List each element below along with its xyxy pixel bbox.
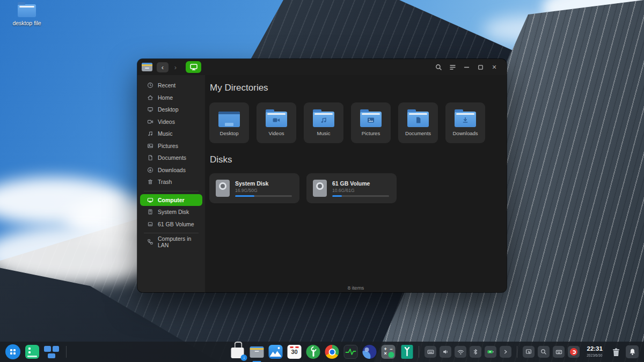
sidebar-item-label: Trash	[158, 179, 172, 185]
chrome-icon[interactable]	[325, 345, 339, 359]
sidebar-item-label: Desktop	[158, 106, 179, 113]
sidebar-item-61gb-volume[interactable]: 61 GB Volume	[140, 218, 202, 231]
sidebar-item-label: System Disk	[158, 209, 189, 215]
sidebar-item-label: Downloads	[158, 167, 186, 173]
system-monitor-icon[interactable]	[344, 345, 358, 359]
close-icon: ×	[492, 63, 496, 71]
search-icon	[435, 64, 442, 71]
notification-bell-icon	[629, 348, 636, 356]
chevron-left-icon: ‹	[162, 64, 164, 71]
titlebar-drag-area[interactable]	[201, 59, 431, 75]
dock: 30 +−×	[0, 342, 644, 362]
dock-right-group: 22:31 2023/6/30	[416, 345, 639, 358]
documents-icon	[147, 154, 153, 161]
pictures-icon	[147, 143, 153, 149]
tile-label: Pictures	[362, 130, 380, 136]
trash-icon	[147, 179, 153, 185]
forward-button[interactable]: ›	[170, 62, 181, 72]
dock-app-group: 30 +−×	[231, 345, 413, 359]
documents-folder-icon	[407, 112, 429, 127]
sidebar-item-music[interactable]: Music	[140, 128, 202, 140]
directory-tile-documents[interactable]: Documents	[398, 102, 438, 143]
sidebar-item-label: Documents	[158, 154, 186, 161]
keyboard-icon[interactable]	[425, 346, 436, 358]
file-manager-icon[interactable]	[250, 345, 264, 359]
toolbox-icon[interactable]	[401, 345, 413, 359]
videos-folder-icon	[266, 112, 287, 127]
titlebar[interactable]: ‹ › ×	[137, 59, 507, 75]
screen-recorder-icon[interactable]	[568, 346, 580, 358]
dock-left-group	[5, 344, 69, 359]
section-title-directories: My Directories	[209, 83, 502, 93]
browser-icon[interactable]	[363, 345, 377, 359]
downloads-icon	[147, 167, 153, 173]
disk-card-system-disk[interactable]: System Disk 16.9G/50G	[209, 173, 299, 203]
minimize-button[interactable]	[459, 61, 473, 73]
expand-chevron-icon[interactable]	[500, 346, 511, 358]
network-icon	[147, 239, 153, 245]
onboard-keyboard-icon[interactable]	[553, 346, 565, 358]
sidebar-item-recent[interactable]: Recent	[140, 79, 202, 92]
tile-label: Videos	[269, 130, 284, 136]
control-center-icon[interactable]	[306, 345, 320, 359]
launcher-icon[interactable]	[5, 344, 20, 359]
disk-usage-fill	[332, 195, 342, 197]
directories-grid: Desktop Videos Music Pictures	[209, 102, 502, 143]
sidebar-item-label: Videos	[158, 119, 175, 125]
directory-tile-desktop[interactable]: Desktop	[209, 102, 249, 143]
launchpad-icon[interactable]	[25, 345, 39, 359]
search-button[interactable]	[431, 61, 445, 73]
sidebar-item-home[interactable]: Home	[140, 92, 202, 104]
search-icon[interactable]	[538, 346, 550, 358]
sidebar-item-documents[interactable]: Documents	[140, 152, 202, 164]
hard-drive-icon	[313, 180, 327, 197]
menu-button[interactable]	[445, 61, 459, 73]
sidebar-item-downloads[interactable]: Downloads	[140, 164, 202, 176]
volume-icon[interactable]	[440, 346, 451, 358]
tile-label: Music	[317, 130, 331, 136]
maximize-button[interactable]	[473, 61, 487, 73]
computer-view-tab[interactable]	[186, 61, 201, 73]
directory-tile-music[interactable]: Music	[304, 102, 343, 143]
bluetooth-icon[interactable]	[470, 346, 481, 358]
videos-icon	[147, 119, 153, 125]
wifi-icon[interactable]	[455, 346, 466, 358]
disk-usage: 10.6G/61G	[332, 188, 390, 193]
close-button[interactable]: ×	[487, 61, 501, 73]
calculator-icon[interactable]: +−×	[382, 345, 396, 359]
desktop-shortcut[interactable]: desktop file	[8, 4, 46, 26]
sidebar-item-trash[interactable]: Trash	[140, 176, 202, 188]
disk-usage-bar	[332, 195, 389, 197]
directory-tile-videos[interactable]: Videos	[257, 102, 296, 143]
app-store-icon[interactable]	[231, 345, 245, 359]
file-manager-window: ‹ › ×	[137, 59, 507, 292]
sidebar-separator	[144, 233, 199, 233]
image-viewer-icon[interactable]	[269, 345, 283, 359]
trash-dock-item[interactable]	[610, 345, 623, 358]
sidebar-item-pictures[interactable]: Pictures	[140, 140, 202, 152]
sidebar-item-computers-in-lan[interactable]: Computers in LAN	[140, 236, 202, 248]
battery-icon[interactable]	[485, 346, 496, 358]
pictures-folder-icon	[360, 112, 382, 127]
sidebar-item-system-disk[interactable]: System Disk	[140, 206, 202, 218]
sidebar-item-videos[interactable]: Videos	[140, 116, 202, 128]
notification-center[interactable]	[626, 345, 639, 358]
disk-card-61gb-volume[interactable]: 61 GB Volume 10.6G/61G	[306, 173, 397, 203]
sidebar-item-computer[interactable]: Computer	[140, 194, 202, 206]
sidebar-item-desktop[interactable]: Desktop	[140, 104, 202, 116]
calendar-icon[interactable]: 30	[288, 345, 302, 359]
window-body: Recent Home Desktop Videos Music	[137, 75, 507, 292]
directory-tile-pictures[interactable]: Pictures	[351, 102, 391, 143]
disk-info: System Disk 16.9G/50G	[235, 180, 293, 197]
chevron-right-icon: ›	[174, 64, 177, 71]
multitasking-view-icon[interactable]	[44, 345, 59, 359]
sidebar-separator	[144, 191, 199, 191]
calendar-day: 30	[288, 349, 302, 355]
clock[interactable]: 22:31 2023/6/30	[585, 346, 604, 358]
clock-time: 22:31	[585, 346, 604, 352]
directory-tile-downloads[interactable]: Downloads	[445, 102, 485, 143]
dock-separator	[517, 346, 517, 358]
screenshot-icon[interactable]	[523, 346, 535, 358]
disk-usage: 16.9G/50G	[235, 188, 293, 193]
back-button[interactable]: ‹	[157, 62, 169, 72]
